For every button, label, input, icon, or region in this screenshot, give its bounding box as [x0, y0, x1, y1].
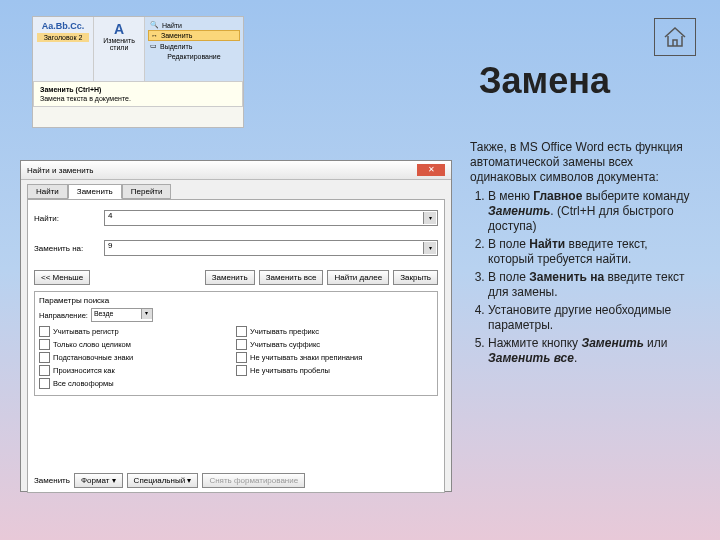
close-icon: ✕ [417, 164, 445, 176]
replace-button: Заменить [205, 270, 255, 285]
dialog-body: Найти: 4 ▾ Заменить на: 9 ▾ << Меньше За… [27, 199, 445, 493]
step-5: Нажмите кнопку Заменить или Заменить все… [488, 336, 690, 366]
slide-title: Замена [479, 60, 610, 102]
replace-input: 9 ▾ [104, 240, 438, 256]
chk-forms: Все словоформы [39, 378, 236, 389]
replace-label: Заменить на: [34, 244, 104, 253]
replace-icon: ↔ [151, 32, 158, 39]
direction-select: Везде ▾ [91, 308, 153, 322]
dialog-titlebar: Найти и заменить ✕ [21, 161, 451, 180]
editing-group: 🔍 Найти ↔ Заменить ▭ Выделить Редактиров… [145, 17, 243, 81]
chk-prefix: Учитывать префикс [236, 326, 433, 337]
find-item: 🔍 Найти [148, 20, 240, 30]
find-next-button: Найти далее [327, 270, 389, 285]
bottom-toolbar: Заменить Формат ▾ Специальный ▾ Снять фо… [34, 473, 438, 488]
options-right: Учитывать префикс Учитывать суффикс Не у… [236, 324, 433, 391]
tooltip: Заменить (Ctrl+H) Замена текста в докуме… [33, 81, 243, 107]
find-icon: 🔍 [150, 21, 159, 29]
replace-all-button: Заменить все [259, 270, 324, 285]
chk-suffix: Учитывать суффикс [236, 339, 433, 350]
select-item: ▭ Выделить [148, 41, 240, 51]
chk-whole: Только слово целиком [39, 339, 236, 350]
instruction-text: Также, в MS Office Word есть функция авт… [470, 140, 690, 369]
tab-find: Найти [27, 184, 68, 199]
home-icon [654, 18, 696, 56]
instruction-steps: В меню Главное выберите команду Заменить… [470, 189, 690, 366]
chevron-down-icon: ▾ [423, 212, 436, 224]
chk-wildcard: Подстановочные знаки [39, 352, 236, 363]
ribbon-screenshot: Aa.Bb.Cc. Заголовок 2 A Изменить стили 🔍… [32, 16, 244, 128]
select-icon: ▭ [150, 42, 157, 50]
search-options: Параметры поиска Направление: Везде ▾ Уч… [34, 291, 438, 396]
step-4: Установите другие необходимые параметры. [488, 303, 690, 333]
find-input: 4 ▾ [104, 210, 438, 226]
tab-replace: Заменить [68, 184, 122, 199]
noformat-button: Снять форматирование [202, 473, 305, 488]
special-button: Специальный ▾ [127, 473, 199, 488]
find-label: Найти: [34, 214, 104, 223]
chk-sounds: Произносится как [39, 365, 236, 376]
less-button: << Меньше [34, 270, 90, 285]
step-2: В поле Найти введите текст, который треб… [488, 237, 690, 267]
close-button: Закрыть [393, 270, 438, 285]
chk-case: Учитывать регистр [39, 326, 236, 337]
style-preview: Aa.Bb.Cc. Заголовок 2 [33, 17, 94, 81]
find-replace-dialog: Найти и заменить ✕ Найти Заменить Перейт… [20, 160, 452, 492]
options-left: Учитывать регистр Только слово целиком П… [39, 324, 236, 391]
change-styles: A Изменить стили [94, 17, 145, 81]
step-3: В поле Заменить на введите текст для зам… [488, 270, 690, 300]
step-1: В меню Главное выберите команду Заменить… [488, 189, 690, 234]
chk-punct: Не учитывать знаки препинания [236, 352, 433, 363]
chevron-down-icon: ▾ [423, 242, 436, 254]
format-button: Формат ▾ [74, 473, 123, 488]
dialog-tabs: Найти Заменить Перейти [21, 180, 451, 199]
tab-goto: Перейти [122, 184, 172, 199]
replace-item: ↔ Заменить [148, 30, 240, 41]
chk-spaces: Не учитывать пробелы [236, 365, 433, 376]
